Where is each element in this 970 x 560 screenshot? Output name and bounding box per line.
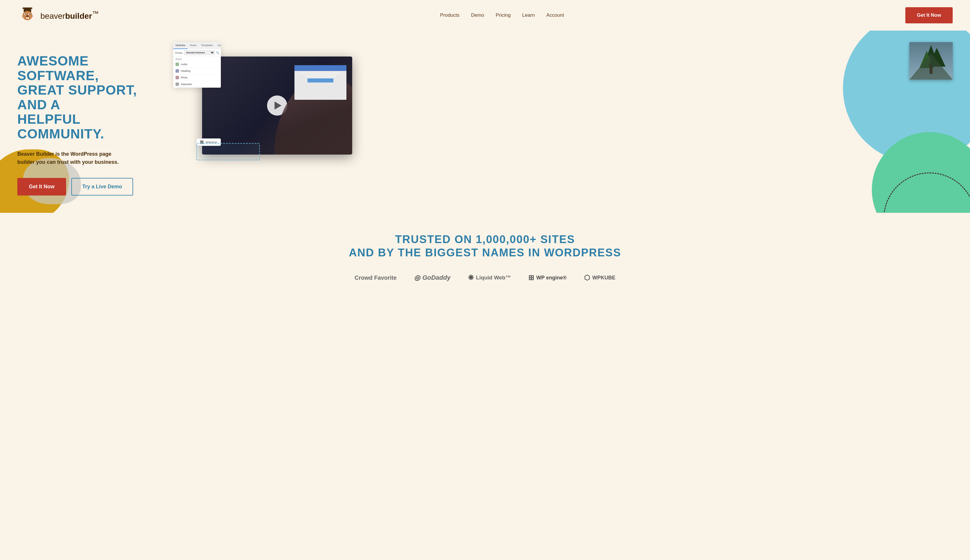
wpengine-icon: ⊞: [528, 274, 534, 282]
corner-forest-image: [909, 42, 953, 80]
panel-item-separator[interactable]: Separator: [173, 81, 221, 88]
partner-godaddy: ◎ GoDaddy: [414, 274, 451, 282]
panel-item-audio[interactable]: Audio: [173, 61, 221, 68]
panel-search-row: Group: Standard Modules 🔍: [173, 49, 221, 57]
nav-item-account[interactable]: Account: [546, 12, 564, 18]
hero-live-demo-button[interactable]: Try a Live Demo: [71, 178, 133, 195]
panel-tab-saved[interactable]: Saved: [216, 42, 221, 49]
svg-point-12: [22, 15, 25, 17]
wpkube-icon: ⬡: [584, 274, 590, 282]
panel-tab-modules[interactable]: Modules: [173, 42, 188, 49]
video-overlay: [202, 57, 352, 155]
nav-item-demo[interactable]: Demo: [471, 12, 484, 18]
separator-icon: [176, 82, 179, 86]
panel-item-heading[interactable]: Heading: [173, 68, 221, 74]
panel-tab-rows[interactable]: Rows: [188, 42, 199, 49]
play-triangle-icon: [274, 102, 281, 110]
partner-liquid-web: ❋ Liquid Web™: [468, 274, 511, 282]
svg-rect-0: [22, 7, 32, 9]
godaddy-icon: ◎: [414, 274, 420, 282]
photo-icon: [176, 76, 179, 79]
screen-inset: [294, 65, 346, 100]
panel-tab-templates[interactable]: Templates: [199, 42, 216, 49]
panel-tabs: Modules Rows Templates Saved: [173, 42, 221, 49]
panel-ui: Modules Rows Templates Saved Group: Stan…: [173, 42, 221, 88]
svg-rect-11: [28, 17, 29, 19]
nav-links: Products Demo Pricing Learn Account: [440, 12, 564, 18]
slideshow-drop-zone: [196, 143, 260, 160]
hero-headline: AWESOME SOFTWARE, GREAT SUPPORT, AND A H…: [17, 53, 162, 141]
beaver-icon: [17, 5, 38, 25]
heading-icon: [176, 69, 179, 73]
nav-item-learn[interactable]: Learn: [522, 12, 535, 18]
logo-wordmark: beaverbuilder™: [40, 10, 99, 21]
partner-wpkube: ⬡ WPKUBE: [584, 274, 615, 282]
search-icon[interactable]: 🔍: [216, 51, 219, 54]
hero-buttons: Get It Now Try a Live Demo: [17, 178, 162, 195]
svg-point-9: [26, 15, 29, 17]
video-mockup: [202, 57, 352, 155]
svg-rect-10: [26, 17, 27, 19]
partner-logos-row: Crowd Favorite ◎ GoDaddy ❋ Liquid Web™ ⊞…: [17, 274, 953, 282]
partner-wp-engine: ⊞ WP engine®: [528, 274, 567, 282]
nav-get-it-now-button[interactable]: Get It Now: [905, 7, 953, 23]
hero-section: AWESOME SOFTWARE, GREAT SUPPORT, AND A H…: [0, 30, 970, 213]
svg-point-7: [25, 13, 26, 15]
audio-icon: [176, 63, 179, 66]
svg-point-13: [30, 15, 33, 17]
logo[interactable]: beaverbuilder™: [17, 5, 99, 25]
nav-item-products[interactable]: Products: [440, 12, 459, 18]
trust-section: TRUSTED ON 1,000,000+ SITES AND BY THE B…: [0, 213, 970, 299]
panel-group-select[interactable]: Standard Modules: [184, 50, 215, 55]
builder-mockup-container: Modules Rows Templates Saved Group: Stan…: [173, 42, 358, 163]
hero-get-it-now-button[interactable]: Get It Now: [17, 178, 66, 195]
navbar: beaverbuilder™ Products Demo Pricing Lea…: [0, 0, 970, 30]
hero-content: AWESOME SOFTWARE, GREAT SUPPORT, AND A H…: [17, 42, 162, 195]
hero-subtext: Beaver Builder is the WordPress page bui…: [17, 150, 127, 167]
trust-headline: TRUSTED ON 1,000,000+ SITES AND BY THE B…: [17, 233, 953, 259]
panel-item-photo[interactable]: Photo: [173, 74, 221, 81]
svg-point-8: [29, 13, 30, 15]
partner-crowd-favorite: Crowd Favorite: [355, 275, 396, 281]
hero-builder-mockup: Modules Rows Templates Saved Group: Stan…: [162, 42, 953, 163]
panel-section-label: Basic: [173, 57, 221, 61]
nav-item-pricing[interactable]: Pricing: [496, 12, 511, 18]
liquidweb-icon: ❋: [468, 274, 474, 282]
